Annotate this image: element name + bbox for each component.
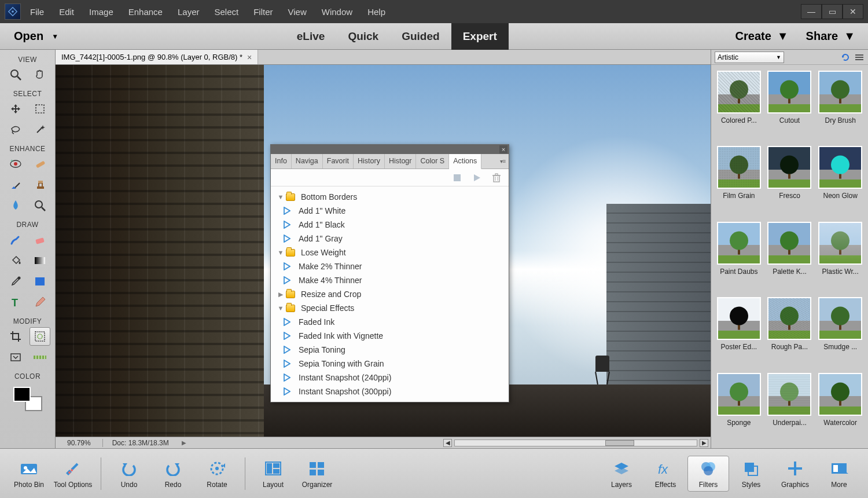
filter-drybrush[interactable]: Dry Brush bbox=[817, 71, 863, 140]
create-button[interactable]: Create ▼ bbox=[735, 30, 789, 43]
redeye-tool[interactable]: + bbox=[5, 155, 26, 173]
color-swatch[interactable] bbox=[13, 387, 42, 411]
panel-tab-color-s[interactable]: Color S bbox=[416, 154, 449, 169]
panel-menu-icon[interactable] bbox=[854, 52, 865, 63]
brush-tool[interactable] bbox=[5, 230, 26, 249]
lasso-tool[interactable] bbox=[5, 120, 26, 139]
action-item[interactable]: Sepia Toning bbox=[271, 343, 509, 357]
close-icon[interactable]: × bbox=[499, 145, 507, 153]
hand-tool[interactable] bbox=[30, 65, 50, 84]
filter-sponge[interactable]: Sponge bbox=[716, 373, 762, 442]
horizontal-scrollbar[interactable] bbox=[454, 440, 697, 446]
filter-category-select[interactable]: Artistic ▼ bbox=[715, 52, 784, 63]
window-maximize[interactable]: ▭ bbox=[822, 4, 843, 19]
magic-wand-tool[interactable] bbox=[30, 120, 50, 139]
gradient-tool[interactable] bbox=[30, 251, 50, 270]
content-aware-tool[interactable] bbox=[5, 348, 26, 367]
trash-icon[interactable] bbox=[491, 173, 502, 183]
bottombar-organizer[interactable]: Organizer bbox=[295, 459, 339, 489]
bottombar-more[interactable]: More bbox=[817, 459, 861, 489]
filter-neon[interactable]: Neon Glow bbox=[817, 146, 863, 215]
bottombar-graphics[interactable]: Graphics bbox=[773, 459, 817, 489]
pencil-tool[interactable] bbox=[30, 293, 50, 312]
paint-bucket-tool[interactable] bbox=[5, 251, 26, 270]
zoom-tool[interactable] bbox=[5, 65, 26, 84]
window-minimize[interactable]: — bbox=[801, 4, 822, 19]
disclosure-icon[interactable]: ▼ bbox=[275, 249, 286, 256]
scroll-right[interactable]: ▶ bbox=[700, 439, 708, 447]
panel-tab-info[interactable]: Info bbox=[271, 154, 292, 169]
action-item[interactable]: Instant Snapshot (300ppi) bbox=[271, 385, 509, 398]
stop-action-icon[interactable] bbox=[452, 173, 462, 183]
action-item[interactable]: Make 4% Thinner bbox=[271, 273, 509, 287]
blur-tool[interactable] bbox=[5, 196, 26, 215]
bottombar-layers[interactable]: Layers bbox=[599, 459, 643, 489]
filter-pencil[interactable]: Colored P... bbox=[716, 71, 762, 140]
spot-heal-tool[interactable] bbox=[30, 155, 50, 173]
window-close[interactable]: ✕ bbox=[843, 4, 863, 19]
bottombar-styles[interactable]: Styles bbox=[729, 459, 773, 489]
eraser-tool[interactable] bbox=[30, 230, 50, 249]
reset-icon[interactable] bbox=[840, 52, 851, 63]
action-item[interactable]: Faded Ink bbox=[271, 315, 509, 329]
panel-tab-history[interactable]: History bbox=[354, 154, 385, 169]
sponge-tool[interactable] bbox=[30, 196, 50, 215]
crop-tool[interactable] bbox=[5, 327, 26, 346]
menu-view[interactable]: View bbox=[288, 7, 307, 17]
filter-rough[interactable]: Rough Pa... bbox=[767, 297, 813, 367]
mode-guided[interactable]: Guided bbox=[390, 23, 451, 50]
menu-help[interactable]: Help bbox=[367, 7, 385, 17]
bottombar-undo[interactable]: Undo bbox=[107, 459, 151, 489]
smart-brush-tool[interactable] bbox=[5, 175, 26, 194]
mode-elive[interactable]: eLive bbox=[285, 23, 337, 50]
action-folder[interactable]: ▼Bottom Borders bbox=[271, 190, 509, 204]
menu-image[interactable]: Image bbox=[89, 7, 113, 17]
panel-tab-naviga[interactable]: Naviga bbox=[292, 154, 323, 169]
bottombar-redo[interactable]: Redo bbox=[151, 459, 195, 489]
filter-plastic[interactable]: Plastic Wr... bbox=[817, 222, 863, 291]
action-item[interactable]: Make 2% Thinner bbox=[271, 259, 509, 273]
filter-poster[interactable]: Poster Ed... bbox=[716, 297, 762, 367]
menu-filter[interactable]: Filter bbox=[253, 7, 273, 17]
share-button[interactable]: Share ▼ bbox=[806, 30, 855, 43]
action-item[interactable]: Instant Snapshot (240ppi) bbox=[271, 371, 509, 385]
foreground-color[interactable] bbox=[13, 387, 31, 402]
bottombar-effects[interactable]: fxEffects bbox=[643, 459, 687, 489]
filter-smudge[interactable]: Smudge ... bbox=[817, 297, 863, 367]
filter-watercolor[interactable]: Watercolor bbox=[817, 373, 863, 442]
open-button[interactable]: Open ▼ bbox=[14, 30, 58, 43]
disclosure-icon[interactable]: ▼ bbox=[275, 193, 286, 200]
clone-stamp-tool[interactable] bbox=[30, 175, 50, 194]
recompose-tool[interactable] bbox=[30, 327, 50, 346]
bottombar-filters[interactable]: Filters bbox=[687, 456, 729, 492]
filter-cutout[interactable]: Cutout bbox=[767, 71, 813, 140]
action-item[interactable]: Add 1" Black bbox=[271, 218, 509, 232]
play-action-icon[interactable] bbox=[472, 173, 482, 183]
document-tab[interactable]: IMG_7442[1]-0005-1.png @ 90.8% (Layer 0,… bbox=[56, 50, 258, 64]
panel-tab-actions[interactable]: Actions bbox=[449, 154, 481, 169]
disclosure-icon[interactable]: ▼ bbox=[275, 305, 286, 312]
mode-quick[interactable]: Quick bbox=[336, 23, 390, 50]
panel-menu-icon[interactable]: ▾≡ bbox=[497, 154, 509, 169]
bottombar-photobin[interactable]: Photo Bin bbox=[7, 459, 51, 489]
marquee-tool[interactable] bbox=[30, 100, 50, 118]
move-tool[interactable] bbox=[5, 100, 26, 118]
action-folder[interactable]: ▶Resize and Crop bbox=[271, 287, 509, 301]
filter-palette[interactable]: Palette K... bbox=[767, 222, 813, 291]
text-tool[interactable]: T bbox=[5, 293, 26, 312]
filter-grain[interactable]: Film Grain bbox=[716, 146, 762, 215]
filter-fresco[interactable]: Fresco bbox=[767, 146, 813, 215]
panel-tab-histogr[interactable]: Histogr bbox=[385, 154, 417, 169]
close-icon[interactable]: × bbox=[247, 53, 252, 62]
menu-enhance[interactable]: Enhance bbox=[128, 7, 163, 17]
action-item[interactable]: Faded Ink with Vignette bbox=[271, 329, 509, 343]
straighten-tool[interactable] bbox=[30, 348, 50, 367]
eyedropper-tool[interactable] bbox=[5, 272, 26, 291]
scroll-left[interactable]: ◀ bbox=[443, 439, 452, 447]
action-item[interactable]: Add 1" White bbox=[271, 204, 509, 218]
action-item[interactable]: Add 1" Gray bbox=[271, 232, 509, 246]
disclosure-icon[interactable]: ▶ bbox=[275, 291, 286, 298]
filter-underpaint[interactable]: Underpai... bbox=[767, 373, 813, 442]
menu-edit[interactable]: Edit bbox=[59, 7, 74, 17]
filter-daubs[interactable]: Paint Daubs bbox=[716, 222, 762, 291]
